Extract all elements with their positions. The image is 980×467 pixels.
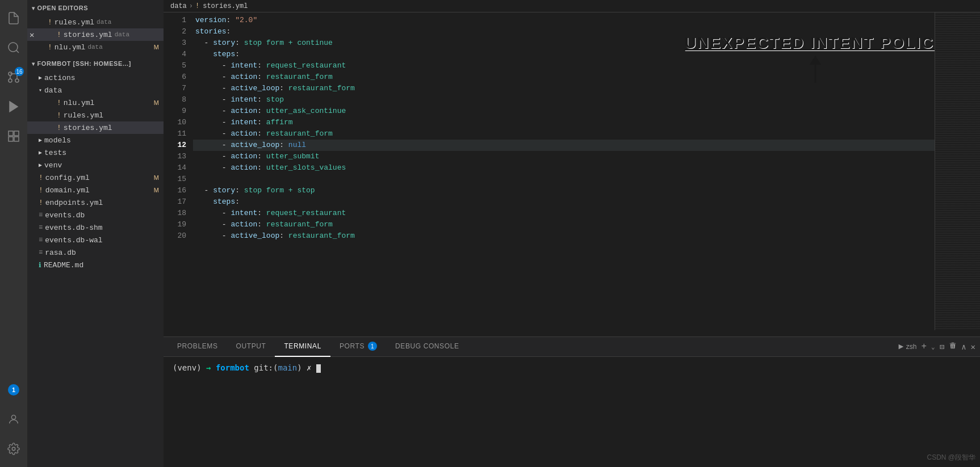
- open-editor-stories-yml[interactable]: ✕ ! stories.yml data: [27, 28, 164, 41]
- close-icon[interactable]: ✕: [30, 30, 34, 40]
- settings-icon[interactable]: [0, 435, 27, 462]
- tab-problems[interactable]: PROBLEMS: [168, 337, 227, 357]
- tab-ports[interactable]: PORTS 1: [330, 337, 386, 357]
- svg-rect-9: [9, 137, 13, 141]
- file-label: rasa.db: [45, 249, 76, 257]
- file-domain-yml[interactable]: ! domain.yml M: [27, 184, 164, 196]
- split-icon[interactable]: ⌄: [931, 343, 935, 351]
- tab-terminal[interactable]: TERMINAL: [275, 337, 330, 357]
- code-line-19: - action: restaurant_form: [193, 219, 980, 230]
- file-label: events.db: [45, 211, 85, 220]
- folder-data[interactable]: ▾ data: [27, 84, 164, 96]
- code-line-6: - action: restaurant_form: [193, 71, 980, 83]
- file-nlu-yml[interactable]: ! nlu.yml M: [27, 96, 164, 109]
- folder-tests[interactable]: ▶ tests: [27, 146, 164, 159]
- svg-point-0: [9, 43, 18, 52]
- warn-icon: !: [39, 186, 43, 195]
- explorer-header[interactable]: ▾ FORMBOT [SSH: HOMESE...]: [27, 56, 164, 71]
- file-config-yml[interactable]: ! config.yml M: [27, 171, 164, 184]
- editor-area: data › ! stories.yml 1 2 3 4 5 6 7 8 9 1…: [164, 0, 980, 335]
- delete-terminal-icon[interactable]: [949, 342, 957, 352]
- sidebar: ▾ OPEN EDITORS ! rules.yml data ✕ ! stor…: [27, 0, 164, 467]
- modified-badge: M: [154, 174, 159, 181]
- file-tag: data: [87, 44, 102, 51]
- remote-icon[interactable]: 1: [0, 376, 27, 403]
- modified-badge: M: [154, 99, 159, 106]
- db-icon: ≡: [39, 211, 43, 219]
- file-label: stories.yml: [64, 124, 112, 132]
- terminal-tabs: PROBLEMS OUTPUT TERMINAL PORTS 1 DEBUG C…: [164, 337, 980, 357]
- file-events-db-wal[interactable]: ≡ events.db-wal: [27, 234, 164, 246]
- code-line-4: steps:: [193, 49, 980, 60]
- file-label: events.db-shm: [45, 224, 102, 232]
- add-terminal-icon[interactable]: +: [921, 342, 927, 352]
- code-line-15: [193, 174, 980, 185]
- file-endpoints-yml[interactable]: ! endpoints.yml: [27, 196, 164, 209]
- tab-debug-console[interactable]: DEBUG CONSOLE: [386, 337, 468, 357]
- file-stories-yml[interactable]: ! stories.yml: [27, 121, 164, 134]
- folder-actions[interactable]: ▶ actions: [27, 71, 164, 84]
- code-line-18: - intent: request_restaurant: [193, 208, 980, 219]
- folder-venv[interactable]: ▶ venv: [27, 159, 164, 171]
- svg-point-4: [9, 79, 12, 82]
- file-label: endpoints.yml: [45, 199, 103, 207]
- terminal-toolbar: zsh + ⌄ ⊟ ∧ ✕: [897, 342, 975, 352]
- code-line-7: - active_loop: restaurant_form: [193, 83, 980, 94]
- folder-label: data: [44, 86, 62, 95]
- chevron-down-icon: ▾: [39, 87, 42, 94]
- open-editor-nlu-yml[interactable]: ! nlu.yml data M: [27, 41, 164, 53]
- close-panel-icon[interactable]: ✕: [971, 342, 975, 352]
- code-editor[interactable]: 1 2 3 4 5 6 7 8 9 10 11 12 13 14 15 16 1…: [164, 12, 980, 335]
- svg-rect-10: [14, 137, 19, 141]
- chevron-up-icon[interactable]: ∧: [961, 342, 966, 352]
- folder-models[interactable]: ▶ models: [27, 134, 164, 146]
- extensions-icon[interactable]: [0, 123, 27, 150]
- folder-label: tests: [44, 149, 66, 157]
- file-label: README.md: [44, 261, 83, 270]
- file-rasa-db[interactable]: ≡ rasa.db: [27, 246, 164, 259]
- file-label: rules.yml: [64, 111, 103, 120]
- cmd-label: formbot: [216, 363, 254, 372]
- modified-badge: M: [154, 44, 159, 51]
- file-readme-md[interactable]: ℹ README.md: [27, 259, 164, 271]
- file-rules-yml[interactable]: ! rules.yml: [27, 109, 164, 121]
- terminal-body[interactable]: (venv) → formbot git:(main) ✗: [164, 357, 980, 467]
- file-label: nlu.yml: [64, 99, 95, 107]
- search-icon[interactable]: [0, 34, 27, 61]
- file-tag: data: [115, 31, 129, 38]
- chevron-right-icon: ▶: [39, 149, 42, 156]
- db-icon: ≡: [39, 249, 43, 256]
- git-label: git:(: [254, 363, 278, 372]
- breadcrumb-file: stories.yml: [203, 2, 248, 10]
- terminal-split-icon[interactable]: ⊟: [940, 342, 944, 352]
- accounts-icon[interactable]: [0, 406, 27, 433]
- open-editors-header[interactable]: ▾ OPEN EDITORS: [27, 0, 164, 16]
- open-editor-rules-yml[interactable]: ! rules.yml data: [27, 16, 164, 28]
- source-control-badge: 16: [15, 67, 24, 76]
- code-line-5: - intent: request_restaurant: [193, 60, 980, 71]
- folder-label: actions: [44, 74, 76, 82]
- minimap-content: [935, 12, 980, 330]
- code-content[interactable]: version: "2.0" stories: - story: stop fo…: [193, 12, 980, 335]
- code-line-8: - intent: stop: [193, 94, 980, 106]
- breadcrumb-data: data: [170, 2, 187, 10]
- svg-point-12: [12, 447, 15, 451]
- open-editors-chevron: ▾: [32, 5, 35, 11]
- file-label: nlu.yml: [55, 43, 86, 52]
- warn-icon: !: [48, 43, 52, 52]
- svg-line-1: [16, 51, 19, 53]
- files-icon[interactable]: [0, 5, 27, 32]
- activity-bar: 16 1: [0, 0, 27, 467]
- code-line-3: - story: stop form + continue: [193, 37, 980, 49]
- file-events-db[interactable]: ≡ events.db: [27, 209, 164, 221]
- tab-debug-label: DEBUG CONSOLE: [395, 342, 459, 350]
- code-line-12: - active_loop: null: [193, 140, 980, 151]
- source-control-icon[interactable]: 16: [0, 64, 27, 91]
- warn-icon: !: [39, 174, 43, 182]
- file-events-db-shm[interactable]: ≡ events.db-shm: [27, 221, 164, 234]
- tab-output[interactable]: OUTPUT: [227, 337, 275, 357]
- code-line-17: steps:: [193, 196, 980, 208]
- minimap[interactable]: [935, 12, 980, 330]
- terminal-panel: PROBLEMS OUTPUT TERMINAL PORTS 1 DEBUG C…: [164, 336, 980, 467]
- run-debug-icon[interactable]: [0, 93, 27, 120]
